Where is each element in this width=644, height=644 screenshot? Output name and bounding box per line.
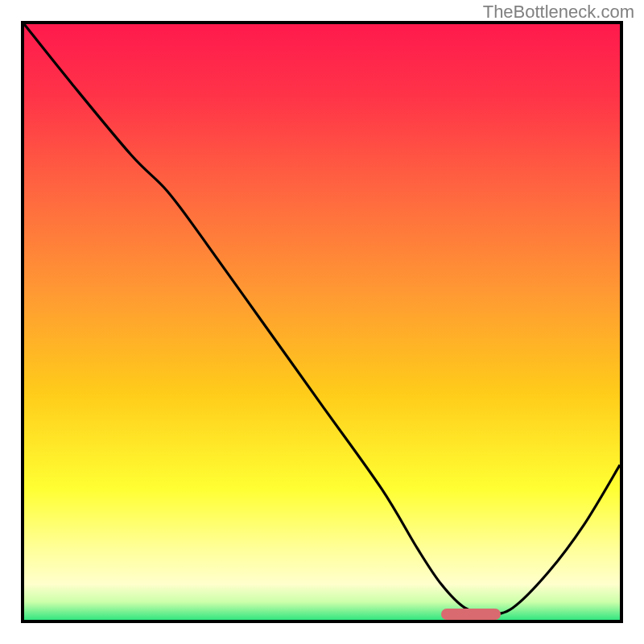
watermark-text: TheBottleneck.com [483,2,634,23]
bottleneck-curve [24,24,620,620]
plot-frame [21,21,623,623]
optimum-marker [441,609,501,620]
chart-container: TheBottleneck.com [0,0,644,644]
